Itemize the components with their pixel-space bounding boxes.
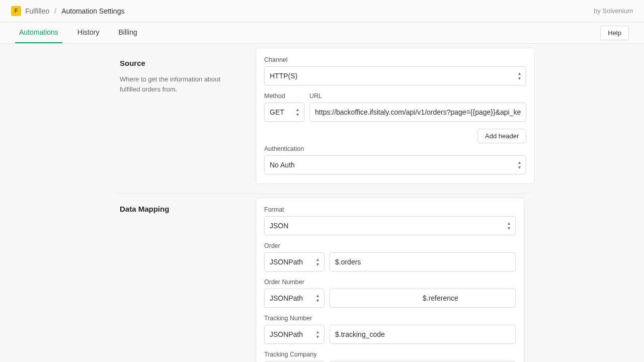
auth-select[interactable]: No Auth ▴▾ [264,155,526,174]
source-section-header: Source Where to get the information abou… [120,48,240,193]
order-type-select[interactable]: JSONPath ▴▾ [264,252,325,272]
tabbar: Automations History Billing Help [0,22,644,44]
source-card: Channel HTTP(S) ▴▾ Method GET ▴▾ [256,48,535,184]
channel-select[interactable]: HTTP(S) ▴▾ [264,66,526,85]
mapping-card: Format JSON ▴▾ Order JSONPath ▴▾ [256,198,524,362]
tracking-company-label: Tracking Company [264,351,516,358]
page-body: Source Where to get the information abou… [0,44,644,362]
tracking-number-expr-input[interactable]: $.tracking_code [330,325,516,344]
tab-automations[interactable]: Automations [15,22,62,43]
source-description: Where to get the information about fulfi… [120,74,240,94]
url-label: URL [309,93,526,100]
tab-billing[interactable]: Billing [114,22,141,43]
method-select[interactable]: GET ▴▾ [264,103,304,122]
breadcrumb-separator: / [54,7,56,15]
tab-history[interactable]: History [73,22,104,43]
order-expr-input[interactable]: $.orders [330,252,516,272]
channel-label: Channel [264,56,526,63]
order-label: Order [264,242,516,249]
topbar: F Fulfilleo / Automation Settings by Sol… [0,0,644,22]
add-header-button[interactable]: Add header [477,129,526,143]
page-title: Automation Settings [61,7,124,15]
tracking-number-type-select[interactable]: JSONPath ▴▾ [264,325,325,344]
breadcrumb: F Fulfilleo / Automation Settings [11,6,124,16]
format-label: Format [264,206,516,213]
format-select[interactable]: JSON ▴▾ [264,216,516,235]
mapping-title: Data Mapping [120,205,240,213]
help-button[interactable]: Help [600,26,629,40]
method-label: Method [264,93,304,100]
order-number-expr-input[interactable]: $.reference [330,289,516,308]
auth-label: Authentication [264,145,526,152]
order-number-label: Order Number [264,279,516,286]
source-title: Source [120,59,240,67]
byline: by Solvenium [594,7,633,15]
mapping-section-header: Data Mapping [120,194,240,362]
tracking-number-label: Tracking Number [264,315,516,322]
app-name: Fulfilleo [25,7,49,15]
url-input[interactable]: https://backoffice.ifsitaly.com/api/v1/o… [309,103,526,122]
order-number-type-select[interactable]: JSONPath ▴▾ [264,289,325,308]
app-logo-icon: F [11,6,21,16]
